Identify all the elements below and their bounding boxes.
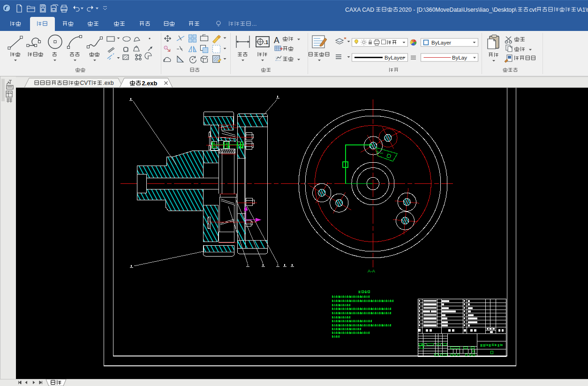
svg-text:ByLayer: ByLayer bbox=[431, 40, 451, 45]
svg-text:ByLayer: ByLayer bbox=[384, 55, 404, 61]
svg-text:2.exb: 2.exb bbox=[142, 80, 158, 87]
svg-text:.exb: .exb bbox=[103, 80, 113, 86]
svg-text:CAXA CAD: CAXA CAD bbox=[345, 7, 374, 13]
svg-text:A: A bbox=[274, 36, 279, 45]
svg-text:.1: .1 bbox=[264, 39, 268, 45]
svg-text:cvt: cvt bbox=[529, 7, 536, 13]
svg-text:...: ... bbox=[252, 21, 256, 27]
svg-text:ByLay: ByLay bbox=[452, 55, 467, 61]
svg-text:CVT: CVT bbox=[80, 80, 92, 86]
svg-text:\A1\: \A1\ bbox=[577, 7, 587, 13]
svg-text:2020 - [D:\360MoveData\Users\l: 2020 - [D:\360MoveData\Users\liao_\Deskt… bbox=[399, 7, 517, 13]
svg-text:A-A: A-A bbox=[368, 268, 376, 273]
